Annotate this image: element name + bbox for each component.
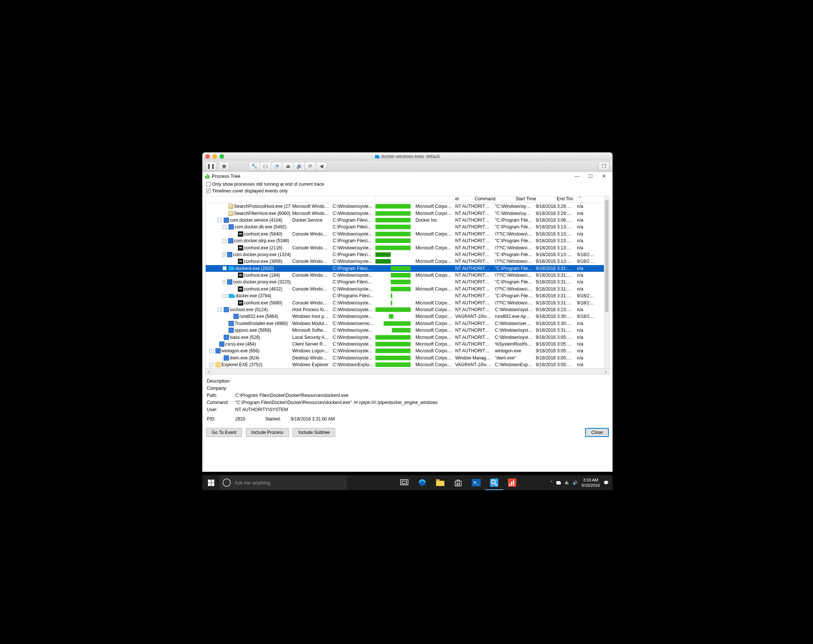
process-row[interactable]: −dockerd.exe (2820)C:\Program Files\...N…	[206, 265, 609, 272]
header-end-time[interactable]: End Tim	[555, 196, 577, 203]
volume-icon[interactable]: 🔊	[293, 162, 305, 171]
process-row[interactable]: −winlogon.exe (656)Windows Logon A...C:\…	[206, 347, 609, 354]
expand-toggle[interactable]: −	[218, 308, 222, 312]
process-row[interactable]: −docker.exe (3784)C:\Programs Files\...N…	[206, 292, 609, 299]
process-row[interactable]: −com.docker.service (4104)Docker.Service…	[206, 217, 609, 223]
expand-toggle[interactable]: −	[222, 266, 227, 270]
expand-toggle[interactable]: −	[218, 218, 222, 222]
close-button[interactable]: ✕	[598, 172, 610, 180]
process-name: com.docker.service (4104)	[230, 217, 282, 223]
header-command[interactable]: Command	[473, 196, 514, 203]
opt-only-running[interactable]: Only show processes still running at end…	[206, 181, 609, 188]
expand-toggle[interactable]: −	[222, 294, 227, 298]
store-icon[interactable]	[449, 475, 467, 490]
hdd-icon[interactable]: ⏏	[282, 162, 293, 171]
tray-network-icon[interactable]: 🖧	[564, 480, 569, 485]
horizontal-scrollbar[interactable]: ‹›	[206, 368, 609, 375]
close-dialog-button[interactable]: Close	[585, 428, 609, 437]
file-explorer-icon[interactable]	[431, 475, 449, 490]
cell-path: C:\Windows\syste...	[331, 204, 376, 209]
process-row[interactable]: conhost.exe (184)Console Window ...C:\Wi…	[206, 272, 609, 278]
process-row[interactable]: csrss.exe (464)Client Server Runt...C:\W…	[206, 341, 609, 347]
zoom-dot[interactable]	[219, 154, 224, 159]
tray-volume-icon[interactable]: 🔊	[572, 480, 578, 485]
disc-icon[interactable]: ◔	[271, 162, 282, 171]
expand-toggle[interactable]: −	[222, 280, 225, 284]
snapshot-button[interactable]: ▣	[218, 162, 230, 171]
include-subtree-button[interactable]: Include Subtree	[293, 428, 335, 437]
cell-description: Console Window ...	[291, 259, 331, 264]
cell-path: C:\Windows\syste...	[331, 211, 376, 216]
cell-description: Microsoft Software...	[291, 327, 331, 333]
cell-user: VAGRANT-10\vag...	[454, 362, 494, 367]
process-row[interactable]: sppsvc.exe (5656)Microsoft Software...C:…	[206, 327, 609, 333]
process-row[interactable]: −com.docker.proxy.exe (3220)C:\Program F…	[206, 278, 609, 285]
process-row[interactable]: dwm.exe (824)Desktop Window ...C:\Window…	[206, 355, 609, 361]
column-headers[interactable]: er Command Start Time End Tim ˄	[206, 196, 609, 203]
expand-toggle[interactable]: −	[222, 225, 227, 229]
process-name: svchost.exe (5124)	[230, 307, 267, 312]
opt-timeline[interactable]: ✓Timelines cover displayed events only	[206, 188, 609, 194]
process-row[interactable]: conhost.exe (2116)Console Window ...C:\W…	[206, 244, 609, 251]
timeline-cell	[376, 266, 414, 271]
tray-chevron-icon[interactable]: ˄	[551, 480, 552, 485]
include-process-button[interactable]: Include Process	[246, 428, 289, 437]
header-start-time[interactable]: Start Time	[514, 196, 555, 203]
cell-command: \??\C:\Windows\sy...	[494, 300, 534, 306]
back-icon[interactable]: ◀	[316, 162, 327, 171]
close-dot[interactable]	[205, 154, 210, 159]
cell-end: 9/18/201	[575, 259, 596, 264]
start-button[interactable]	[202, 480, 219, 486]
process-row[interactable]: rundll32.exe (5864)Windows host pro...C:…	[206, 313, 609, 320]
procmon-icon[interactable]	[485, 475, 503, 490]
goto-event-button[interactable]: Go To Event	[206, 428, 242, 437]
network-icon[interactable]: ⟨·⟩	[260, 162, 271, 171]
cell-command: %SystemRoot%\s...	[494, 341, 534, 347]
grid-body[interactable]: SearchProtocolHost.exe (279Microsoft Win…	[206, 203, 609, 368]
cell-path: C:\Windows\servic...	[331, 321, 376, 326]
process-row[interactable]: −Explorer.EXE (3752)Windows ExplorerC:\W…	[206, 361, 609, 368]
powershell-icon[interactable]: >_	[467, 475, 485, 490]
process-row[interactable]: lsass.exe (528)Local Security Aut...C:\W…	[206, 333, 609, 340]
process-row[interactable]: −com.docker.db.exe (5492)C:\Program File…	[206, 223, 609, 230]
action-center-icon[interactable]: 💬	[604, 480, 609, 485]
process-row[interactable]: −svchost.exe (5124)Host Process for ...C…	[206, 306, 609, 313]
cell-start: 9/18/2016 3:13:55...	[534, 252, 575, 257]
process-row[interactable]: conhost.exe (5880)Console Window ...C:\W…	[206, 299, 609, 306]
minimize-button[interactable]: —	[571, 172, 583, 180]
system-tray[interactable]: ˄ 🖧 🔊 3:33 AM 9/18/2016 💬	[547, 477, 612, 488]
process-row[interactable]: −com.docker.slirp.exe (5348)C:\Program F…	[206, 237, 609, 244]
expand-toggle[interactable]: −	[209, 349, 213, 353]
fullscreen-button[interactable]: ❐	[598, 162, 610, 171]
cell-description: Windows Modules...	[291, 321, 331, 326]
process-row[interactable]: conhost.exe (3856)Console Window ...C:\W…	[206, 258, 609, 265]
process-row[interactable]: SearchFilterHost.exe (6060)Microsoft Win…	[206, 210, 609, 216]
pause-button[interactable]: ❚❚	[205, 162, 216, 171]
process-row[interactable]: conhost.exe (5840)Console Window ...C:\W…	[206, 231, 609, 237]
cell-company: Microsoft Corporat...	[414, 355, 454, 361]
svg-rect-9	[459, 484, 460, 485]
clock[interactable]: 3:33 AM 9/18/2016	[581, 477, 600, 488]
process-row[interactable]: conhost.exe (4632)Console Window ...C:\W…	[206, 286, 609, 292]
svg-rect-3	[436, 481, 444, 486]
process-row[interactable]: SearchProtocolHost.exe (279Microsoft Win…	[206, 203, 609, 210]
taskbar-search[interactable]: Ask me anything	[219, 475, 347, 490]
vertical-scrollbar[interactable]	[604, 196, 609, 368]
edge-icon[interactable]	[413, 475, 431, 490]
expand-toggle[interactable]: −	[209, 363, 213, 367]
wrench-icon[interactable]: 🔧	[249, 162, 260, 171]
minimize-dot[interactable]	[212, 154, 217, 159]
maximize-button[interactable]: ☐	[585, 172, 596, 180]
process-row[interactable]: TrustedInstaller.exe (4960)Windows Modul…	[206, 320, 609, 327]
header-er[interactable]: er	[454, 196, 473, 203]
refresh-icon[interactable]: ⟳	[305, 162, 316, 171]
cell-description: Host Process for ...	[291, 307, 331, 312]
con-icon	[238, 245, 243, 251]
expand-toggle[interactable]: −	[222, 252, 225, 257]
procexp-icon[interactable]	[503, 475, 521, 490]
task-view-icon[interactable]	[395, 475, 413, 490]
expand-toggle[interactable]: −	[222, 239, 226, 243]
mac-window: docker-windows-beta: default ❚❚ ▣ 🔧 ⟨·⟩ …	[202, 152, 612, 472]
tray-docker-icon[interactable]	[556, 481, 561, 485]
process-row[interactable]: −com.docker.proxy.exe (1324)C:\Program F…	[206, 251, 609, 258]
